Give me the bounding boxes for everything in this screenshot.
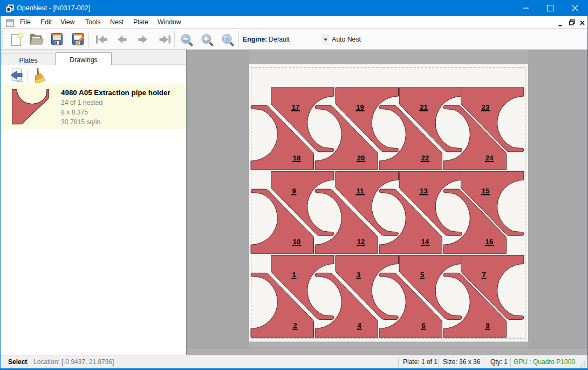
svg-text:7: 7 bbox=[482, 271, 486, 279]
svg-text:23: 23 bbox=[482, 103, 489, 111]
svg-text:15: 15 bbox=[482, 187, 489, 195]
svg-text:4: 4 bbox=[357, 321, 361, 329]
svg-text:11: 11 bbox=[357, 187, 364, 195]
svg-text:2: 2 bbox=[293, 321, 297, 329]
svg-text:14: 14 bbox=[421, 238, 429, 246]
svg-text:13: 13 bbox=[420, 187, 427, 195]
svg-text:1: 1 bbox=[292, 271, 296, 279]
svg-text:5: 5 bbox=[420, 271, 424, 279]
svg-text:16: 16 bbox=[486, 238, 493, 246]
svg-text:18: 18 bbox=[293, 154, 300, 162]
svg-text:17: 17 bbox=[292, 103, 299, 111]
svg-text:12: 12 bbox=[357, 238, 365, 246]
svg-text:21: 21 bbox=[420, 103, 427, 111]
svg-text:24: 24 bbox=[486, 154, 494, 162]
svg-text:19: 19 bbox=[356, 103, 364, 111]
svg-text:6: 6 bbox=[421, 321, 425, 329]
svg-text:20: 20 bbox=[357, 154, 365, 162]
svg-text:22: 22 bbox=[421, 154, 429, 162]
svg-text:3: 3 bbox=[357, 271, 360, 279]
svg-text:10: 10 bbox=[293, 238, 300, 246]
svg-text:8: 8 bbox=[486, 321, 489, 329]
svg-text:9: 9 bbox=[292, 187, 296, 195]
